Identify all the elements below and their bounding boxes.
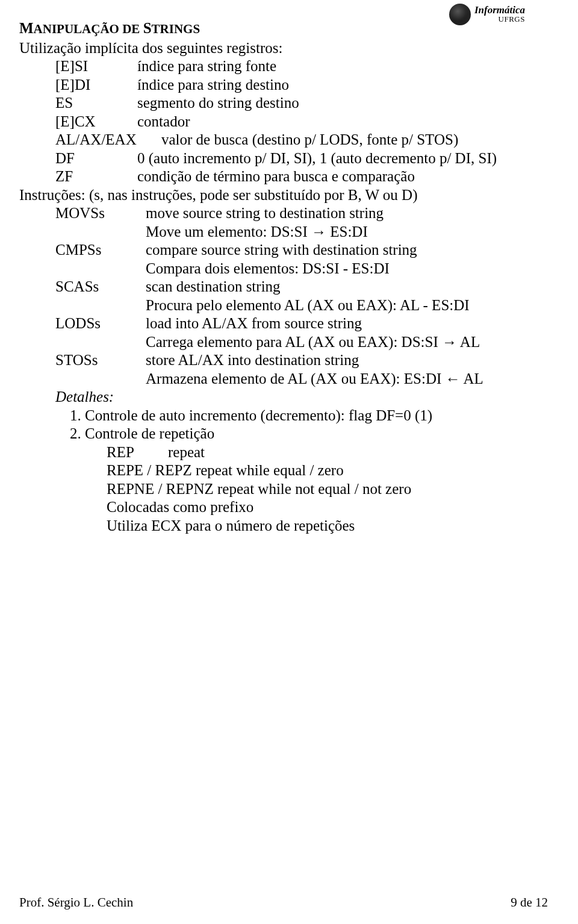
instr-desc: compare source string with destination s… (146, 241, 548, 260)
reg-row-edi: [E]DI índice para string destino (19, 76, 548, 95)
instr-name: SCASs (55, 278, 146, 296)
instr-desc: move source string to destination string (146, 204, 548, 223)
detail-2: 2. Controle de repetição (19, 425, 548, 443)
logo-title: Informática (474, 5, 525, 15)
reg-desc: segmento do string destino (137, 94, 548, 113)
watermark-logo: Informática UFRGS (449, 4, 525, 25)
heading-sc2: TRINGS (152, 22, 200, 36)
reg-desc: valor de busca (destino p/ LODS, fonte p… (161, 131, 548, 149)
instr-row-scas: SCASs scan destination string (19, 278, 548, 296)
instr-line2: Compara dois elementos: DS:SI - ES:DI (19, 260, 548, 278)
instr-name: LODSs (55, 314, 146, 333)
instr-name: CMPSs (55, 241, 146, 260)
heading-cap2: S (143, 20, 152, 36)
reg-row-ecx: [E]CX contador (19, 113, 548, 131)
reg-row-eax: AL/AX/EAX valor de busca (destino p/ LOD… (19, 131, 548, 149)
instr-line2: Armazena elemento de AL (AX ou EAX): ES:… (19, 370, 548, 389)
reg-name: ZF (55, 167, 137, 186)
footer-right: 9 de 12 (511, 895, 548, 911)
instr-desc: store AL/AX into destination string (146, 351, 548, 370)
instr-name: MOVSs (55, 204, 146, 223)
page: Informática UFRGS MANIPULAÇÃO DE STRINGS… (0, 0, 578, 924)
reg-name: [E]DI (55, 76, 137, 95)
rep-row: REP repeat (19, 443, 548, 462)
reg-desc: condição de término para busca e compara… (137, 167, 548, 186)
instr-line2: Carrega elemento para AL (AX ou EAX): DS… (19, 333, 548, 352)
repe-row: REPE / REPZ repeat while equal / zero (19, 461, 548, 480)
reg-desc: índice para string destino (137, 76, 548, 95)
reg-desc: 0 (auto incremento p/ DI, SI), 1 (auto d… (137, 149, 548, 168)
reg-name: [E]SI (55, 57, 137, 76)
reg-name: DF (55, 149, 137, 168)
instr-desc: scan destination string (146, 278, 548, 296)
reg-desc: índice para string fonte (137, 57, 548, 76)
detail-3a: Colocadas como prefixo (19, 498, 548, 517)
reg-row-esi: [E]SI índice para string fonte (19, 57, 548, 76)
repne-row: REPNE / REPNZ repeat while not equal / n… (19, 480, 548, 499)
heading-cap1: M (19, 20, 34, 36)
instr-row-stos: STOSs store AL/AX into destination strin… (19, 351, 548, 370)
detail-3b: Utiliza ECX para o número de repetições (19, 517, 548, 535)
logo-sub: UFRGS (474, 14, 525, 24)
heading-sc1: ANIPULAÇÃO DE (34, 22, 143, 36)
reg-desc: contador (137, 113, 548, 131)
instr-name: STOSs (55, 351, 146, 370)
reg-row-df: DF 0 (auto incremento p/ DI, SI), 1 (aut… (19, 149, 548, 168)
reg-name: ES (55, 94, 137, 113)
reg-row-zf: ZF condição de término para busca e comp… (19, 167, 548, 186)
intro-line: Utilização implícita dos seguintes regis… (19, 39, 548, 58)
instr-line2: Move um elemento: DS:SI → ES:DI (19, 223, 548, 242)
rep-desc: repeat (168, 443, 205, 462)
globe-icon (449, 4, 471, 25)
instr-line2: Procura pelo elemento AL (AX ou EAX): AL… (19, 296, 548, 315)
footer-left: Prof. Sérgio L. Cechin (19, 895, 133, 911)
instructions-intro: Instruções: (s, nas instruções, pode ser… (19, 186, 548, 205)
reg-row-es: ES segmento do string destino (19, 94, 548, 113)
logo-text: Informática UFRGS (474, 5, 525, 24)
reg-name: AL/AX/EAX (55, 131, 161, 149)
details-label: Detalhes: (19, 388, 548, 407)
instr-row-movs: MOVSs move source string to destination … (19, 204, 548, 223)
content: Utilização implícita dos seguintes regis… (19, 39, 548, 535)
instr-row-cmps: CMPSs compare source string with destina… (19, 241, 548, 260)
rep-name: REP (107, 443, 168, 462)
instr-row-lods: LODSs load into AL/AX from source string (19, 314, 548, 333)
instr-desc: load into AL/AX from source string (146, 314, 548, 333)
detail-1: 1. Controle de auto incremento (decremen… (19, 407, 548, 425)
reg-name: [E]CX (55, 113, 137, 131)
page-footer: Prof. Sérgio L. Cechin 9 de 12 (19, 895, 548, 911)
